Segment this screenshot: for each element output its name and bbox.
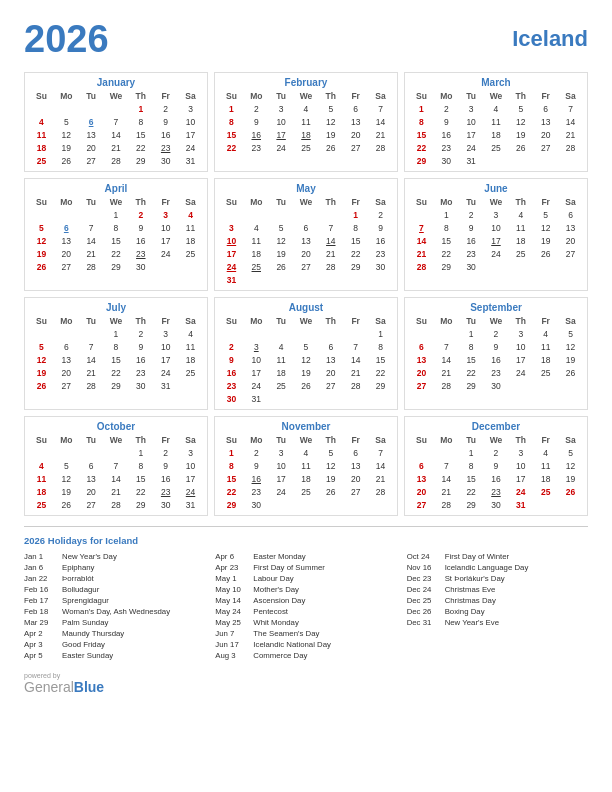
calendar-day: 11	[533, 340, 558, 353]
calendar-day: 21	[558, 128, 583, 141]
calendar-day: 16	[153, 472, 178, 485]
month-name: October	[29, 421, 203, 432]
calendar-day: 12	[54, 128, 79, 141]
calendar-day: 13	[409, 353, 434, 366]
holiday-entry: Feb 17Sprengidagur	[24, 596, 205, 605]
holiday-entry: Oct 24First Day of Winter	[407, 552, 588, 561]
calendar-day: 11	[269, 353, 294, 366]
calendar-day: 18	[178, 234, 203, 247]
calendar-day: 12	[558, 340, 583, 353]
calendar-day: 29	[128, 154, 153, 167]
calendar-day: 28	[409, 260, 434, 273]
calendar-day: 9	[153, 459, 178, 472]
calendar-day: 29	[434, 260, 459, 273]
calendar-day: 19	[54, 141, 79, 154]
calendar-day: 5	[269, 221, 294, 234]
calendar-day: 16	[153, 128, 178, 141]
calendar-day: 5	[558, 327, 583, 340]
calendar-day: 21	[434, 485, 459, 498]
calendar-day: 13	[54, 234, 79, 247]
calendar-day: 1	[128, 446, 153, 459]
holiday-entry: Feb 18Woman's Day, Ash Wednesday	[24, 607, 205, 616]
calendar-day: 15	[128, 472, 153, 485]
calendar-day: 21	[104, 485, 129, 498]
calendar-day: 19	[318, 128, 343, 141]
calendar-day: 9	[244, 459, 269, 472]
calendar-day: 26	[294, 379, 319, 392]
holiday-name: Þorrablót	[62, 574, 94, 583]
calendar-day: 1	[459, 446, 484, 459]
day-header: Su	[219, 434, 244, 446]
day-header: We	[294, 315, 319, 327]
calendar-day	[79, 327, 104, 340]
calendar-day: 31	[178, 498, 203, 511]
holiday-name: New Year's Day	[62, 552, 117, 561]
calendar-day: 8	[128, 115, 153, 128]
calendar-day: 19	[508, 128, 533, 141]
calendar-day: 25	[294, 141, 319, 154]
calendar-day	[79, 446, 104, 459]
calendar-day: 23	[153, 141, 178, 154]
day-header: Mo	[244, 90, 269, 102]
calendar-day: 25	[244, 260, 269, 273]
month-block-march: MarchSuMoTuWeThFrSa123456789101112131415…	[404, 72, 588, 172]
calendar-day: 20	[409, 485, 434, 498]
calendar-day: 20	[343, 128, 368, 141]
calendar-day: 18	[533, 353, 558, 366]
day-header: Th	[508, 90, 533, 102]
holiday-entry: Nov 16Icelandic Language Day	[407, 563, 588, 572]
holiday-entry: Feb 16Bolludagur	[24, 585, 205, 594]
day-header: Tu	[459, 90, 484, 102]
holiday-column: Apr 6Easter MondayApr 23First Day of Sum…	[215, 552, 396, 662]
calendar-day	[294, 327, 319, 340]
calendar-day: 3	[219, 221, 244, 234]
calendar-day: 21	[104, 141, 129, 154]
calendar-day: 7	[368, 102, 393, 115]
holiday-entry: Jan 1New Year's Day	[24, 552, 205, 561]
calendar-day: 11	[178, 340, 203, 353]
day-header: Mo	[54, 196, 79, 208]
month-block-october: OctoberSuMoTuWeThFrSa1234567891011121314…	[24, 416, 208, 516]
calendar-day: 18	[508, 234, 533, 247]
month-table: SuMoTuWeThFrSa12345678910111213141516171…	[409, 196, 583, 273]
calendar-day: 11	[294, 459, 319, 472]
calendar-day: 15	[219, 128, 244, 141]
calendar-day: 22	[104, 247, 129, 260]
calendar-day: 24	[178, 141, 203, 154]
holiday-name: Whit Monday	[253, 618, 299, 627]
calendar-day: 30	[434, 154, 459, 167]
holiday-date: Apr 2	[24, 629, 58, 638]
country-title: Iceland	[512, 20, 588, 50]
day-header: Tu	[79, 196, 104, 208]
calendar-day	[79, 208, 104, 221]
calendar-day: 18	[294, 128, 319, 141]
calendar-day: 2	[484, 446, 509, 459]
calendar-day: 1	[104, 327, 129, 340]
calendar-day: 29	[459, 498, 484, 511]
calendar-day: 12	[508, 115, 533, 128]
calendar-day: 23	[368, 247, 393, 260]
day-header: Tu	[269, 315, 294, 327]
calendar-day: 11	[508, 221, 533, 234]
calendar-day: 13	[294, 234, 319, 247]
calendar-day: 30	[459, 260, 484, 273]
calendar-day: 14	[79, 234, 104, 247]
day-header: Su	[29, 196, 54, 208]
calendar-day: 18	[178, 353, 203, 366]
calendar-day	[219, 327, 244, 340]
holiday-name: The Seamen's Day	[253, 629, 319, 638]
day-header: Sa	[558, 434, 583, 446]
day-header: We	[104, 315, 129, 327]
calendar-day: 19	[294, 366, 319, 379]
calendar-day: 22	[459, 366, 484, 379]
calendar-day: 10	[269, 115, 294, 128]
calendar-day: 12	[29, 234, 54, 247]
calendar-day: 31	[459, 154, 484, 167]
holiday-entry: May 25Whit Monday	[215, 618, 396, 627]
day-header: Mo	[244, 315, 269, 327]
calendar-day: 6	[409, 459, 434, 472]
calendar-day	[269, 327, 294, 340]
calendar-day: 2	[219, 340, 244, 353]
calendar-day: 14	[434, 353, 459, 366]
calendar-day: 5	[29, 340, 54, 353]
